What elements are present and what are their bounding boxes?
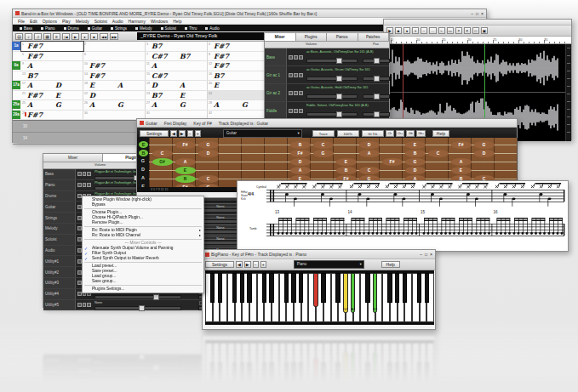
fretboard-note[interactable]: B	[175, 175, 196, 183]
audio-tool-7[interactable]: ▭	[447, 27, 454, 34]
chord-cell[interactable]: 1F#7	[21, 42, 83, 51]
pan-slider[interactable]	[363, 77, 390, 81]
guitar-button-2[interactable]: Gt Trk	[362, 130, 384, 137]
chord-cell[interactable]: 12F#7	[208, 61, 270, 71]
close-button[interactable]: ×	[481, 11, 484, 16]
track-dot-button[interactable]	[299, 91, 303, 95]
track-dot-button[interactable]	[77, 248, 82, 253]
audio-titlebar[interactable]	[384, 20, 571, 26]
plugin-track-label[interactable]: Utility#1	[43, 256, 76, 266]
chord-cell[interactable]: 20E	[208, 81, 270, 90]
black-key[interactable]	[269, 273, 273, 303]
track-dot-button[interactable]	[289, 73, 293, 77]
audio-ruler[interactable]: 5101520253035	[384, 37, 571, 44]
piano-track-dropdown[interactable]: Piano▾	[294, 260, 364, 269]
fretboard-note[interactable]: F#	[382, 158, 403, 166]
track-dot-button[interactable]	[77, 226, 82, 230]
chord-cell[interactable]: 7C#7B7	[146, 52, 208, 61]
guitar-nav-3[interactable]: +	[195, 130, 201, 137]
bigpiano-maximize-button[interactable]: □	[425, 252, 427, 257]
fretboard-note[interactable]: E	[451, 167, 472, 174]
guitar-nav-1[interactable]: ▶	[179, 130, 186, 137]
chord-cell[interactable]: 11A	[146, 61, 208, 71]
guitar-small-button-1[interactable]: Ch+	[396, 130, 405, 137]
mixer-track-label[interactable]: Fiddle	[265, 102, 287, 119]
mixer-tab-pianos[interactable]: Pianos	[327, 33, 358, 41]
mixer-tab-mixer[interactable]: Mixer	[265, 33, 296, 41]
chord-cell[interactable]: 5F#7	[21, 52, 83, 61]
plugin-track-label[interactable]: Guitar	[43, 202, 76, 212]
black-key[interactable]	[232, 273, 237, 303]
bigpiano-titlebar[interactable]: BigPiano - Key of F#m - Track Displayed …	[203, 250, 435, 259]
fretboard-note[interactable]: F#	[451, 141, 472, 149]
black-key[interactable]	[387, 273, 392, 303]
track-dot-button[interactable]	[294, 55, 298, 60]
fretboard-note[interactable]: F#	[175, 141, 196, 149]
mixer-track-label[interactable]: Gtr ac 2	[265, 84, 287, 101]
pan-slider-thumb[interactable]	[374, 94, 380, 99]
fretboard-note[interactable]: E	[336, 158, 357, 166]
chord-cell[interactable]: 9A	[21, 61, 83, 71]
chord-cell[interactable]: 29F#7	[21, 111, 83, 120]
track-dot-button[interactable]	[87, 172, 91, 176]
section-marker[interactable]: 17a	[12, 81, 20, 89]
track-dot-button[interactable]	[77, 205, 82, 209]
track-dot-button[interactable]	[294, 91, 298, 95]
track-dot-button[interactable]	[83, 303, 87, 307]
audio-tool-1[interactable]: ■	[395, 27, 402, 34]
track-dot-button[interactable]	[77, 281, 82, 285]
black-key[interactable]	[403, 273, 407, 303]
menu-item-5[interactable]: Remove Plugin...	[83, 220, 203, 225]
track-dot-button[interactable]	[289, 109, 293, 113]
volume-slider[interactable]	[306, 94, 358, 99]
highlighted-key[interactable]: D#	[373, 273, 378, 313]
track-dot-button[interactable]	[77, 216, 82, 220]
highlighted-key[interactable]: A#	[351, 273, 356, 313]
track-button-soloist[interactable]: Soloist	[157, 26, 180, 31]
transport-button-2[interactable]: ●	[81, 33, 89, 40]
black-key[interactable]	[240, 273, 244, 303]
track-dot-button[interactable]	[289, 55, 293, 60]
menu-windows[interactable]: Windows	[151, 19, 168, 24]
track-dot-button[interactable]	[87, 303, 91, 307]
plugin-slot-2[interactable]: None	[199, 224, 242, 229]
chord-cell[interactable]: 6	[83, 52, 146, 61]
pan-slider[interactable]	[363, 59, 390, 63]
fretboard-note[interactable]: B	[290, 141, 311, 149]
fretboard-note[interactable]: G	[198, 141, 219, 149]
guitar-small-button-2[interactable]: Gb	[406, 130, 415, 137]
menu-item-20[interactable]: Plugins Settings...	[83, 287, 203, 292]
pan-slider-thumb[interactable]	[374, 58, 380, 64]
guitar-title-item-3[interactable]: Track Displayed is : Guitar	[219, 121, 268, 126]
track-dot-button[interactable]	[77, 270, 82, 275]
guitar-title-item-1[interactable]: Fret Display	[164, 121, 187, 126]
black-key[interactable]	[262, 273, 266, 303]
track-dot-button[interactable]	[77, 172, 82, 176]
drum-notation[interactable]: 4/4CymbalHiHatSnareKickTamb13141516	[237, 181, 568, 251]
black-key[interactable]	[284, 273, 289, 303]
volume-slider-thumb[interactable]	[139, 305, 145, 311]
track-dot-button[interactable]	[77, 237, 82, 241]
section-marker[interactable]: 1a	[12, 42, 20, 50]
fretboard-note[interactable]: C	[428, 150, 449, 157]
track-button-strings[interactable]: Strings	[107, 26, 130, 31]
guitar-small-button-0[interactable]: Ch	[386, 130, 394, 137]
menu-edit[interactable]: Edit	[30, 19, 37, 24]
guitar-nav-2[interactable]: −	[187, 130, 193, 137]
guitar-nav-0[interactable]: ◀	[170, 130, 177, 137]
menu-item-8[interactable]: Rx: Route to MIDI Channel▸	[83, 233, 203, 238]
fretboard-note[interactable]: D	[198, 150, 219, 157]
menu-options[interactable]: Options	[43, 19, 57, 24]
track-button-guitar[interactable]: Guitar	[84, 26, 106, 31]
maximize-button[interactable]: □	[476, 11, 478, 16]
plugin-track-label[interactable]: Bass	[43, 169, 76, 179]
fretboard-note[interactable]: G	[474, 141, 495, 149]
piano-help-button[interactable]: Help	[381, 261, 400, 268]
guitar-titlebar[interactable]: GuitarFret DisplayKey of F#Track Display…	[137, 119, 517, 128]
guitar-button-0[interactable]: Trace	[312, 130, 335, 137]
fretboard-note[interactable]: A	[290, 167, 311, 174]
menu-melody[interactable]: Melody	[76, 19, 89, 24]
menu-soloist[interactable]: Soloist	[94, 19, 107, 24]
section-marker[interactable]: 29a	[12, 111, 20, 119]
mixer-track-label[interactable]: Bass	[265, 48, 287, 65]
